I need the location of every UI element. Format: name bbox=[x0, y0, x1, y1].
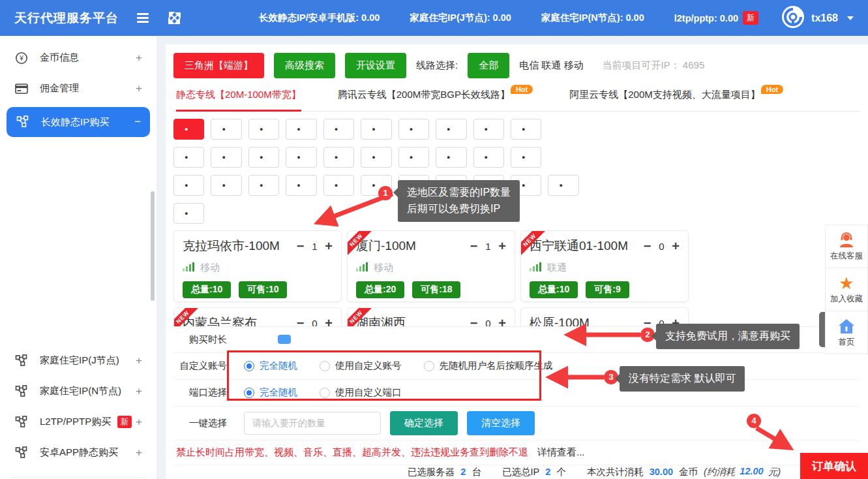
province-chip[interactable] bbox=[323, 147, 354, 168]
decrease-button[interactable]: − bbox=[470, 317, 478, 326]
province-chip[interactable] bbox=[361, 147, 391, 168]
clear-select-button[interactable]: 清空选择 bbox=[467, 411, 535, 435]
submenu-item[interactable] bbox=[0, 243, 157, 268]
submenu-item[interactable] bbox=[0, 293, 157, 318]
province-chip[interactable] bbox=[286, 175, 316, 196]
sidebar-item-coin-info[interactable]: ¥ 金币信息 + bbox=[0, 42, 157, 73]
submenu-item[interactable] bbox=[0, 194, 157, 219]
open-settings-button[interactable]: 开设设置 bbox=[345, 53, 406, 78]
province-chip[interactable] bbox=[248, 175, 279, 196]
province-chip[interactable] bbox=[398, 175, 429, 196]
province-chip[interactable] bbox=[173, 119, 204, 140]
confirm-select-button[interactable]: 确定选择 bbox=[390, 411, 458, 435]
sidebar-item-static-ip-buy[interactable]: 长效静态IP购买 − bbox=[7, 107, 150, 137]
submenu-item[interactable] bbox=[0, 169, 157, 194]
province-chip[interactable] bbox=[211, 119, 241, 140]
decrease-button[interactable]: − bbox=[644, 317, 651, 326]
sidebar-group-item[interactable]: 家庭住宅IP(N节点) + bbox=[0, 376, 157, 407]
increase-button[interactable]: + bbox=[672, 317, 680, 326]
rail-collapse-handle[interactable] bbox=[819, 312, 825, 347]
province-chip[interactable] bbox=[473, 147, 504, 168]
province-chip[interactable] bbox=[211, 147, 241, 168]
expand-icon[interactable]: + bbox=[136, 52, 142, 65]
province-chip[interactable] bbox=[211, 175, 241, 196]
sidebar-item-commission[interactable]: 佣金管理 + bbox=[0, 73, 157, 104]
province-chip[interactable] bbox=[286, 119, 316, 140]
balance-stat[interactable]: 长效静态IP/安卓手机版: 0.00 bbox=[259, 12, 380, 24]
user-menu[interactable]: tx168 bbox=[781, 5, 854, 31]
province-chip[interactable] bbox=[511, 147, 541, 168]
increase-button[interactable]: + bbox=[672, 240, 680, 253]
province-chip[interactable] bbox=[473, 119, 504, 140]
decrease-button[interactable]: − bbox=[297, 317, 305, 326]
balance-stats: 长效静态IP/安卓手机版: 0.00 家庭住宅IP(J节点): 0.00 家庭住… bbox=[259, 11, 758, 25]
province-chip[interactable] bbox=[323, 119, 354, 140]
province-chip[interactable] bbox=[436, 175, 466, 196]
decrease-button[interactable]: − bbox=[470, 240, 478, 253]
add-favorite-button[interactable]: 加入收藏 bbox=[825, 268, 868, 311]
fullscreen-icon[interactable] bbox=[168, 12, 181, 24]
submenu-item[interactable] bbox=[0, 144, 157, 169]
home-button[interactable]: 首页 bbox=[825, 311, 868, 354]
details-link[interactable]: 详情查看... bbox=[537, 446, 585, 459]
province-chip[interactable] bbox=[398, 147, 429, 168]
submenu-item[interactable] bbox=[0, 268, 157, 293]
increase-button[interactable]: + bbox=[325, 317, 333, 326]
sidebar-scrollbar[interactable] bbox=[151, 191, 155, 301]
submenu-item[interactable] bbox=[0, 318, 157, 343]
province-chip[interactable] bbox=[173, 203, 204, 224]
province-chip[interactable] bbox=[436, 147, 466, 168]
increase-button[interactable]: + bbox=[498, 240, 506, 253]
tab[interactable]: 静态专线【20M-100M带宽】Hot bbox=[176, 89, 301, 112]
increase-button[interactable]: + bbox=[325, 240, 333, 253]
province-chip[interactable] bbox=[511, 175, 541, 196]
line-options[interactable]: 电信 联通 移动 bbox=[519, 59, 583, 72]
province-chip[interactable] bbox=[248, 147, 279, 168]
expand-icon[interactable]: + bbox=[136, 416, 142, 429]
province-chip[interactable] bbox=[361, 119, 391, 140]
online-support-button[interactable]: 在线客服 bbox=[825, 224, 868, 268]
home-icon bbox=[826, 317, 867, 335]
line-all-button[interactable]: 全部 bbox=[468, 53, 509, 78]
tab[interactable]: 腾讯云专线【200M带宽BGP长效线路】Hot bbox=[338, 89, 533, 111]
advanced-search-button[interactable]: 高级搜索 bbox=[274, 53, 335, 78]
duration-option[interactable] bbox=[278, 335, 291, 344]
confirm-order-button[interactable]: 订单确认 bbox=[800, 453, 868, 479]
account-radio-option[interactable]: 先随机用户名后按顺序生成 bbox=[424, 360, 553, 372]
province-chip[interactable] bbox=[323, 175, 354, 196]
expand-icon[interactable]: + bbox=[136, 446, 142, 459]
expand-icon[interactable]: + bbox=[136, 354, 142, 367]
increase-button[interactable]: + bbox=[498, 317, 506, 326]
sidebar-group-item[interactable]: 家庭住宅IP(J节点) + bbox=[0, 345, 157, 376]
quantity-input[interactable] bbox=[244, 412, 381, 435]
sidebar-group-item[interactable]: L2TP/PPTP购买 新 + bbox=[0, 407, 157, 437]
expand-icon[interactable]: + bbox=[136, 82, 142, 95]
province-chip[interactable] bbox=[361, 175, 391, 196]
province-chip[interactable] bbox=[173, 175, 204, 196]
province-chip[interactable] bbox=[286, 147, 316, 168]
account-radio-option[interactable]: 完全随机 bbox=[244, 360, 297, 372]
port-radio-option[interactable]: 使用自定义端口 bbox=[320, 386, 402, 399]
province-chip[interactable] bbox=[548, 175, 578, 196]
province-chip[interactable] bbox=[473, 175, 504, 196]
province-chip[interactable] bbox=[436, 119, 466, 140]
tab[interactable]: 阿里云专线【200M支持视频、大流量项目】Hot bbox=[569, 89, 783, 111]
province-chip[interactable] bbox=[511, 119, 541, 140]
decrease-button[interactable]: − bbox=[644, 240, 651, 253]
submenu-item[interactable] bbox=[0, 219, 157, 243]
hamburger-menu-icon[interactable] bbox=[137, 11, 149, 25]
project-button[interactable]: 三角洲【端游】 bbox=[173, 53, 264, 78]
expand-icon[interactable]: + bbox=[136, 385, 142, 398]
balance-stat[interactable]: l2tp/pptp: 0.00 新 bbox=[674, 11, 758, 25]
cost-value: 30.00 bbox=[650, 467, 673, 477]
collapse-icon[interactable]: − bbox=[134, 116, 141, 129]
balance-stat[interactable]: 家庭住宅IP(J节点): 0.00 bbox=[410, 12, 511, 24]
sidebar-group-item[interactable]: 安卓APP静态购买 + bbox=[0, 437, 157, 468]
decrease-button[interactable]: − bbox=[297, 240, 305, 253]
port-radio-option[interactable]: 完全随机 bbox=[244, 386, 297, 399]
province-chip[interactable] bbox=[398, 119, 429, 140]
province-chip[interactable] bbox=[248, 119, 279, 140]
account-radio-option[interactable]: 使用自定义账号 bbox=[320, 360, 402, 372]
balance-stat[interactable]: 家庭住宅IP(N节点): 0.00 bbox=[541, 12, 644, 24]
province-chip[interactable] bbox=[173, 147, 204, 168]
